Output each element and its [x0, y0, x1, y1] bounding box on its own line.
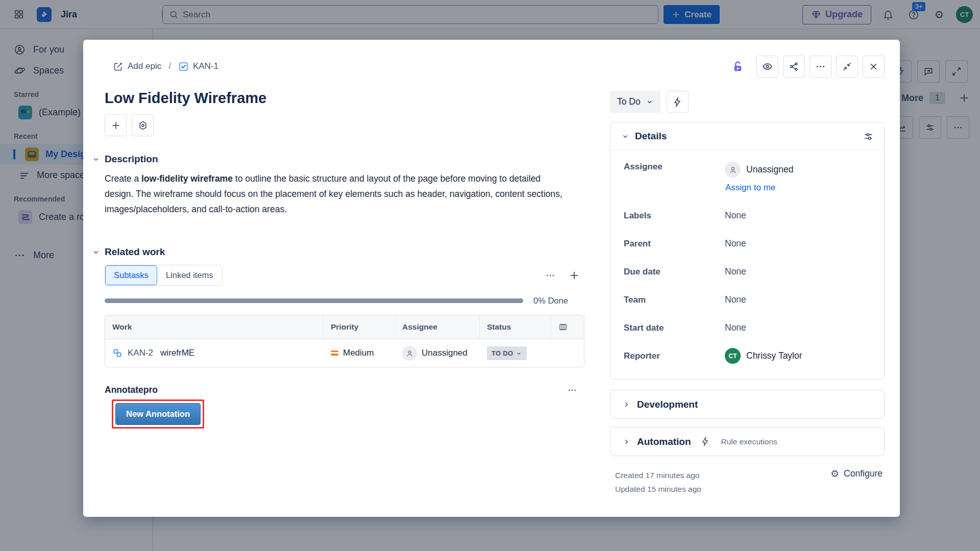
progress-bar — [105, 298, 523, 303]
add-subtask-button[interactable] — [569, 270, 580, 281]
related-work-section: Related work Subtasks Linked items — [105, 246, 587, 367]
field-assignee: Assignee Unassigned Assign to me — [624, 158, 874, 202]
column-header-priority[interactable]: Priority — [324, 315, 395, 339]
table-header-row: Work Priority Assignee Status — [105, 315, 584, 339]
table-row[interactable]: KAN-2 wirefrME Medium — [105, 339, 584, 367]
description-text[interactable]: Create a low-fidelity wireframe to outli… — [105, 171, 570, 217]
subtask-key[interactable]: KAN-2 — [128, 348, 153, 358]
field-value[interactable]: None — [725, 210, 746, 221]
description-prefix: Create a — [105, 173, 141, 184]
chevron-down-icon[interactable] — [621, 132, 630, 141]
unlock-button[interactable] — [727, 56, 749, 78]
field-due-date: Due date None — [624, 258, 874, 286]
annotatepro-more-button[interactable] — [567, 385, 584, 395]
more-actions-button[interactable] — [810, 56, 831, 78]
issue-title[interactable]: Low Fidelity Wireframe — [105, 89, 587, 107]
ellipsis-icon — [815, 61, 826, 72]
annotatepro-section: Annotatepro New Annotation — [105, 385, 584, 429]
details-panel: Details Assignee — [610, 122, 885, 380]
collapse-modal-button[interactable] — [836, 56, 858, 78]
unassigned-avatar-icon — [725, 162, 741, 178]
subtask-progress: 0% Done — [105, 296, 587, 306]
field-parent: Parent None — [624, 230, 874, 258]
apps-badge-button[interactable] — [132, 114, 154, 136]
new-annotation-button[interactable]: New Annotation — [115, 403, 201, 425]
assignee-value: Unassigned — [422, 348, 468, 358]
description-bold: low-fidelity wireframe — [141, 173, 233, 184]
rule-executions-label[interactable]: Rule executions — [721, 437, 777, 446]
annotation-highlight-box: New Annotation — [112, 399, 204, 429]
watch-button[interactable] — [756, 56, 778, 78]
collapse-icon — [842, 61, 852, 72]
field-label: Team — [624, 295, 725, 305]
related-work-tabs: Subtasks Linked items — [105, 265, 223, 286]
eye-icon — [762, 61, 773, 72]
field-value[interactable]: None — [725, 322, 746, 333]
field-value[interactable]: None — [725, 266, 746, 277]
field-label: Parent — [624, 239, 725, 249]
column-header-assignee[interactable]: Assignee — [395, 315, 480, 339]
task-check-icon — [178, 61, 189, 72]
hexagon-target-icon — [138, 120, 148, 131]
priority-value: Medium — [343, 348, 374, 358]
chevron-down-icon[interactable] — [91, 155, 101, 164]
share-icon — [789, 61, 799, 72]
automation-heading: Automation — [637, 436, 691, 447]
assign-to-me-link[interactable]: Assign to me — [725, 183, 793, 193]
issue-meta-footer: Created 17 minutes ago Updated 15 minute… — [610, 468, 885, 496]
lightning-icon — [700, 437, 710, 446]
field-value[interactable]: None — [725, 294, 746, 305]
column-header-status[interactable]: Status — [480, 315, 551, 339]
lightning-icon — [672, 97, 682, 107]
add-content-button[interactable] — [105, 114, 127, 136]
tab-linked-items[interactable]: Linked items — [157, 265, 222, 285]
unlock-icon — [731, 60, 744, 73]
field-label: Reporter — [624, 351, 725, 361]
configure-button[interactable]: ⚙ Configure — [830, 468, 883, 479]
configure-label: Configure — [844, 468, 883, 479]
field-value[interactable]: None — [725, 238, 746, 249]
issue-status-dropdown[interactable]: To Do — [610, 91, 660, 113]
field-start-date: Start date None — [624, 314, 874, 342]
column-header-work[interactable]: Work — [105, 315, 324, 339]
tab-subtasks[interactable]: Subtasks — [105, 265, 157, 285]
add-epic-label: Add epic — [128, 61, 161, 71]
plus-icon — [111, 120, 121, 131]
unassigned-avatar-icon — [402, 346, 417, 361]
subtask-summary[interactable]: wirefrME — [160, 348, 194, 358]
share-button[interactable] — [783, 56, 805, 78]
details-config-icon[interactable] — [863, 131, 874, 142]
subtask-icon — [112, 348, 122, 358]
add-epic-button[interactable]: Add epic — [113, 61, 161, 72]
column-header-config[interactable] — [551, 315, 584, 339]
quick-actions — [105, 114, 587, 136]
reporter-avatar: CT — [725, 348, 741, 364]
field-reporter: Reporter CT Chrissy Taylor — [624, 342, 874, 370]
field-label: Start date — [624, 323, 725, 333]
automation-panel[interactable]: Automation Rule executions — [610, 427, 885, 456]
updated-timestamp: Updated 15 minutes ago — [615, 482, 701, 496]
assignee-name: Unassigned — [746, 164, 793, 175]
modal-actions — [727, 56, 885, 78]
progress-label: 0% Done — [533, 296, 568, 306]
development-heading: Development — [637, 399, 698, 410]
subtasks-more-button[interactable] — [545, 270, 555, 281]
development-panel[interactable]: Development — [610, 390, 885, 419]
chevron-down-icon[interactable] — [91, 247, 101, 257]
created-timestamp: Created 17 minutes ago — [615, 468, 701, 482]
field-team: Team None — [624, 286, 874, 314]
status-value: TO DO — [492, 349, 513, 357]
reporter-value[interactable]: CT Chrissy Taylor — [725, 348, 802, 364]
field-labels: Labels None — [624, 202, 874, 230]
issue-status-label: To Do — [617, 96, 641, 107]
issue-key-link[interactable]: KAN-1 — [178, 61, 218, 72]
assignee-value[interactable]: Unassigned — [725, 162, 793, 178]
subtasks-table: Work Priority Assignee Status — [105, 315, 584, 367]
close-modal-button[interactable] — [863, 56, 885, 78]
modal-header: Add epic / KAN-1 — [105, 55, 885, 78]
edit-icon — [113, 61, 124, 72]
issue-automation-button[interactable] — [667, 91, 689, 113]
subtask-status-dropdown[interactable]: TO DO — [487, 346, 527, 360]
columns-icon — [558, 322, 577, 332]
chevron-right-icon — [622, 400, 631, 409]
